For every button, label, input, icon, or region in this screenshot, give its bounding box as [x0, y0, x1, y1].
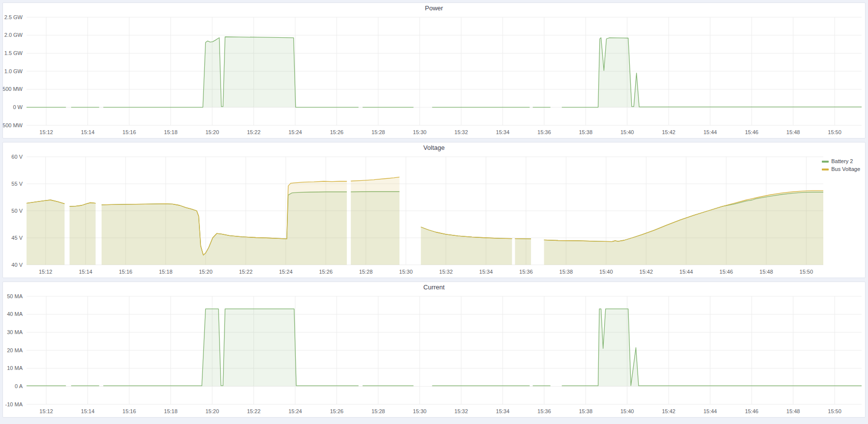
svg-text:0 W: 0 W	[13, 104, 23, 110]
svg-text:-500 MW: -500 MW	[3, 122, 23, 128]
svg-text:15:28: 15:28	[359, 269, 373, 275]
svg-text:15:24: 15:24	[279, 269, 293, 275]
battery-2-series-label: Battery 2	[831, 158, 853, 165]
svg-text:50 MA: 50 MA	[7, 293, 23, 299]
svg-text:15:44: 15:44	[703, 129, 717, 135]
svg-text:15:34: 15:34	[496, 408, 510, 414]
svg-text:40 MA: 40 MA	[7, 311, 23, 317]
svg-text:55 V: 55 V	[11, 181, 23, 187]
svg-text:15:36: 15:36	[537, 129, 551, 135]
svg-text:15:16: 15:16	[122, 408, 136, 414]
svg-text:15:42: 15:42	[640, 269, 653, 275]
svg-text:15:32: 15:32	[454, 408, 468, 414]
svg-text:45 V: 45 V	[11, 235, 23, 241]
svg-text:15:14: 15:14	[81, 408, 95, 414]
voltage-panel-title: Voltage	[423, 142, 445, 153]
svg-text:1.0 GW: 1.0 GW	[4, 68, 23, 74]
svg-text:15:46: 15:46	[720, 269, 733, 275]
svg-text:15:26: 15:26	[319, 269, 333, 275]
svg-text:15:16: 15:16	[119, 269, 133, 275]
legend-item-battery-2[interactable]: Battery 2	[822, 158, 860, 165]
svg-text:15:30: 15:30	[413, 129, 427, 135]
svg-text:15:20: 15:20	[205, 408, 219, 414]
svg-text:15:34: 15:34	[496, 129, 510, 135]
svg-text:15:48: 15:48	[786, 129, 800, 135]
svg-text:15:40: 15:40	[620, 408, 634, 414]
svg-text:15:14: 15:14	[79, 269, 92, 275]
svg-text:500 MW: 500 MW	[3, 86, 23, 92]
svg-text:15:48: 15:48	[759, 269, 773, 275]
bus-voltage-series-label: Bus Voltage	[831, 166, 860, 172]
svg-text:15:50: 15:50	[828, 408, 841, 414]
svg-text:40 V: 40 V	[11, 262, 23, 268]
svg-text:15:44: 15:44	[679, 269, 693, 275]
svg-text:15:38: 15:38	[560, 269, 573, 275]
voltage-panel: Voltage 15:1215:1415:1615:1815:2015:2215…	[2, 142, 866, 278]
svg-text:15:16: 15:16	[122, 129, 136, 135]
svg-text:15:12: 15:12	[39, 408, 53, 414]
svg-text:15:12: 15:12	[39, 269, 53, 275]
power-panel: Power 15:1215:1415:1615:1815:2015:2215:2…	[2, 2, 866, 139]
svg-text:2.0 GW: 2.0 GW	[4, 32, 23, 38]
svg-text:15:24: 15:24	[288, 408, 302, 414]
svg-text:30 MA: 30 MA	[7, 329, 23, 335]
svg-text:15:32: 15:32	[439, 269, 453, 275]
svg-text:15:26: 15:26	[330, 408, 344, 414]
svg-text:15:20: 15:20	[199, 269, 213, 275]
svg-text:1.5 GW: 1.5 GW	[4, 50, 23, 56]
svg-text:15:38: 15:38	[579, 408, 592, 414]
voltage-panel-header[interactable]: Voltage	[3, 142, 865, 153]
svg-text:15:42: 15:42	[662, 129, 675, 135]
svg-text:-10 MA: -10 MA	[5, 401, 23, 407]
current-panel-title: Current	[423, 282, 445, 292]
svg-text:15:46: 15:46	[745, 129, 758, 135]
svg-text:15:18: 15:18	[164, 129, 178, 135]
svg-text:15:38: 15:38	[579, 129, 592, 135]
svg-text:15:12: 15:12	[39, 129, 53, 135]
svg-text:10 MA: 10 MA	[7, 365, 23, 371]
svg-text:15:48: 15:48	[786, 408, 800, 414]
svg-text:15:22: 15:22	[247, 408, 261, 414]
svg-text:15:40: 15:40	[599, 269, 613, 275]
svg-text:15:14: 15:14	[81, 129, 95, 135]
power-chart[interactable]: 15:1215:1415:1615:1815:2015:2215:2415:26…	[3, 13, 865, 138]
svg-text:15:32: 15:32	[454, 129, 468, 135]
svg-text:60 V: 60 V	[11, 154, 23, 160]
svg-text:15:20: 15:20	[205, 129, 219, 135]
svg-text:15:50: 15:50	[828, 129, 841, 135]
svg-text:50 V: 50 V	[11, 208, 23, 214]
svg-text:15:36: 15:36	[519, 269, 533, 275]
legend-item-bus-voltage[interactable]: Bus Voltage	[822, 166, 860, 172]
svg-text:15:22: 15:22	[239, 269, 252, 275]
svg-text:15:30: 15:30	[399, 269, 413, 275]
svg-text:15:42: 15:42	[662, 408, 675, 414]
svg-text:2.5 GW: 2.5 GW	[4, 14, 23, 20]
svg-text:15:46: 15:46	[745, 408, 758, 414]
power-panel-header[interactable]: Power	[3, 3, 865, 13]
svg-text:15:50: 15:50	[800, 269, 813, 275]
svg-text:15:22: 15:22	[247, 129, 261, 135]
battery-2-series-swatch	[822, 161, 829, 163]
svg-text:15:24: 15:24	[288, 129, 302, 135]
voltage-chart[interactable]: 15:1215:1415:1615:1815:2015:2215:2415:26…	[3, 153, 865, 278]
bus-voltage-series-swatch	[822, 169, 829, 170]
svg-text:15:28: 15:28	[371, 129, 385, 135]
svg-text:15:34: 15:34	[479, 269, 493, 275]
svg-text:0 A: 0 A	[15, 383, 23, 389]
voltage-legend: Battery 2 Bus Voltage	[822, 158, 860, 172]
svg-text:15:26: 15:26	[330, 129, 344, 135]
svg-text:15:18: 15:18	[164, 408, 178, 414]
current-panel-header[interactable]: Current	[3, 282, 865, 292]
svg-text:15:36: 15:36	[537, 408, 551, 414]
svg-text:20 MA: 20 MA	[7, 347, 23, 353]
svg-text:15:44: 15:44	[703, 408, 717, 414]
svg-text:15:28: 15:28	[371, 408, 385, 414]
current-chart[interactable]: 15:1215:1415:1615:1815:2015:2215:2415:26…	[3, 292, 865, 417]
svg-text:15:40: 15:40	[620, 129, 634, 135]
power-panel-title: Power	[425, 3, 443, 13]
svg-text:15:30: 15:30	[413, 408, 427, 414]
svg-text:15:18: 15:18	[159, 269, 172, 275]
current-panel: Current 15:1215:1415:1615:1815:2015:2215…	[2, 282, 866, 418]
